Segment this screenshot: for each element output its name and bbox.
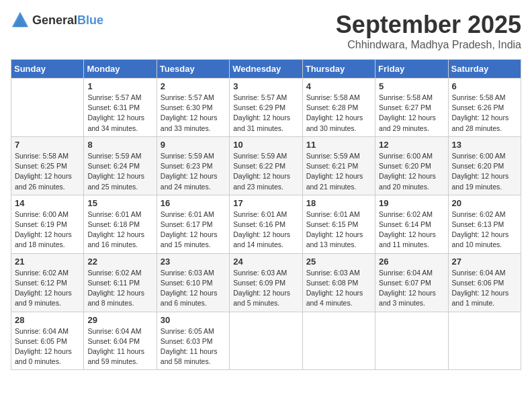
day-info: Sunrise: 6:01 AMSunset: 6:17 PMDaylight:… bbox=[161, 210, 226, 250]
day-info: Sunrise: 5:58 AMSunset: 6:27 PMDaylight:… bbox=[379, 93, 444, 134]
day-info: Sunrise: 6:01 AMSunset: 6:18 PMDaylight:… bbox=[87, 210, 152, 250]
day-info: Sunrise: 6:01 AMSunset: 6:15 PMDaylight:… bbox=[306, 210, 371, 250]
page-header: GeneralBlue September 2025 Chhindwara, M… bbox=[11, 11, 521, 51]
calendar-cell: 22Sunrise: 6:02 AMSunset: 6:11 PMDayligh… bbox=[84, 253, 157, 312]
calendar-cell: 20Sunrise: 6:02 AMSunset: 6:13 PMDayligh… bbox=[448, 195, 521, 253]
day-info: Sunrise: 5:58 AMSunset: 6:25 PMDaylight:… bbox=[15, 151, 80, 192]
day-number: 4 bbox=[306, 81, 371, 91]
day-number: 26 bbox=[379, 257, 444, 267]
day-number: 7 bbox=[15, 140, 80, 150]
day-number: 29 bbox=[87, 315, 152, 325]
calendar-cell: 2Sunrise: 5:57 AMSunset: 6:30 PMDaylight… bbox=[157, 79, 229, 137]
day-number: 28 bbox=[15, 315, 80, 325]
calendar-cell: 8Sunrise: 5:59 AMSunset: 6:24 PMDaylight… bbox=[84, 136, 157, 195]
calendar-cell: 15Sunrise: 6:01 AMSunset: 6:18 PMDayligh… bbox=[84, 195, 157, 253]
day-info: Sunrise: 6:02 AMSunset: 6:13 PMDaylight:… bbox=[452, 210, 517, 250]
calendar-cell: 14Sunrise: 6:00 AMSunset: 6:19 PMDayligh… bbox=[11, 195, 84, 253]
calendar-cell bbox=[375, 312, 448, 370]
title-block: September 2025 Chhindwara, Madhya Prades… bbox=[336, 11, 521, 51]
day-number: 27 bbox=[452, 257, 517, 267]
day-number: 25 bbox=[306, 257, 371, 267]
calendar-week-4: 21Sunrise: 6:02 AMSunset: 6:12 PMDayligh… bbox=[11, 253, 521, 312]
day-info: Sunrise: 6:03 AMSunset: 6:08 PMDaylight:… bbox=[306, 268, 371, 309]
calendar-cell: 11Sunrise: 5:59 AMSunset: 6:21 PMDayligh… bbox=[302, 136, 375, 195]
day-number: 3 bbox=[233, 81, 298, 91]
day-info: Sunrise: 6:05 AMSunset: 6:03 PMDaylight:… bbox=[161, 326, 226, 367]
calendar-cell: 1Sunrise: 5:57 AMSunset: 6:31 PMDaylight… bbox=[84, 79, 157, 137]
day-number: 13 bbox=[452, 140, 517, 150]
day-info: Sunrise: 6:00 AMSunset: 6:20 PMDaylight:… bbox=[379, 151, 444, 192]
calendar-cell: 5Sunrise: 5:58 AMSunset: 6:27 PMDaylight… bbox=[375, 79, 448, 137]
day-number: 21 bbox=[15, 257, 80, 267]
day-info: Sunrise: 5:57 AMSunset: 6:29 PMDaylight:… bbox=[233, 93, 298, 134]
day-number: 23 bbox=[161, 257, 226, 267]
logo-icon bbox=[11, 11, 30, 30]
day-info: Sunrise: 6:02 AMSunset: 6:14 PMDaylight:… bbox=[379, 210, 444, 250]
day-info: Sunrise: 6:03 AMSunset: 6:09 PMDaylight:… bbox=[233, 268, 298, 309]
calendar-cell bbox=[11, 79, 84, 137]
location-title: Chhindwara, Madhya Pradesh, India bbox=[336, 39, 521, 51]
day-number: 20 bbox=[452, 198, 517, 208]
weekday-header-monday: Monday bbox=[84, 60, 157, 79]
weekday-header-friday: Friday bbox=[375, 60, 448, 79]
day-number: 17 bbox=[233, 198, 298, 208]
calendar-table: SundayMondayTuesdayWednesdayThursdayFrid… bbox=[11, 59, 521, 370]
calendar-cell: 30Sunrise: 6:05 AMSunset: 6:03 PMDayligh… bbox=[157, 312, 229, 370]
calendar-cell bbox=[302, 312, 375, 370]
calendar-cell: 6Sunrise: 5:58 AMSunset: 6:26 PMDaylight… bbox=[448, 79, 521, 137]
day-number: 19 bbox=[379, 198, 444, 208]
calendar-week-5: 28Sunrise: 6:04 AMSunset: 6:05 PMDayligh… bbox=[11, 312, 521, 370]
calendar-week-3: 14Sunrise: 6:00 AMSunset: 6:19 PMDayligh… bbox=[11, 195, 521, 253]
calendar-cell bbox=[230, 312, 302, 370]
calendar-cell: 7Sunrise: 5:58 AMSunset: 6:25 PMDaylight… bbox=[11, 136, 84, 195]
day-number: 1 bbox=[87, 81, 152, 91]
logo: GeneralBlue bbox=[11, 11, 103, 30]
day-number: 2 bbox=[161, 81, 226, 91]
day-info: Sunrise: 6:04 AMSunset: 6:06 PMDaylight:… bbox=[452, 268, 517, 309]
calendar-cell: 23Sunrise: 6:03 AMSunset: 6:10 PMDayligh… bbox=[157, 253, 229, 312]
calendar-cell: 13Sunrise: 6:00 AMSunset: 6:20 PMDayligh… bbox=[448, 136, 521, 195]
calendar-cell: 26Sunrise: 6:04 AMSunset: 6:07 PMDayligh… bbox=[375, 253, 448, 312]
day-number: 5 bbox=[379, 81, 444, 91]
day-number: 10 bbox=[233, 140, 298, 150]
weekday-header-wednesday: Wednesday bbox=[230, 60, 302, 79]
calendar-cell: 25Sunrise: 6:03 AMSunset: 6:08 PMDayligh… bbox=[302, 253, 375, 312]
weekday-header-thursday: Thursday bbox=[302, 60, 375, 79]
day-number: 11 bbox=[306, 140, 371, 150]
day-number: 15 bbox=[87, 198, 152, 208]
day-number: 22 bbox=[87, 257, 152, 267]
calendar-cell: 16Sunrise: 6:01 AMSunset: 6:17 PMDayligh… bbox=[157, 195, 229, 253]
calendar-cell: 12Sunrise: 6:00 AMSunset: 6:20 PMDayligh… bbox=[375, 136, 448, 195]
calendar-cell: 19Sunrise: 6:02 AMSunset: 6:14 PMDayligh… bbox=[375, 195, 448, 253]
day-info: Sunrise: 6:00 AMSunset: 6:20 PMDaylight:… bbox=[452, 151, 517, 192]
day-info: Sunrise: 5:59 AMSunset: 6:24 PMDaylight:… bbox=[87, 151, 152, 192]
day-info: Sunrise: 5:58 AMSunset: 6:28 PMDaylight:… bbox=[306, 93, 371, 134]
day-info: Sunrise: 5:59 AMSunset: 6:22 PMDaylight:… bbox=[233, 151, 298, 192]
day-info: Sunrise: 6:00 AMSunset: 6:19 PMDaylight:… bbox=[15, 210, 80, 250]
logo-general: General bbox=[32, 13, 77, 27]
day-info: Sunrise: 6:04 AMSunset: 6:04 PMDaylight:… bbox=[87, 326, 152, 367]
calendar-cell: 18Sunrise: 6:01 AMSunset: 6:15 PMDayligh… bbox=[302, 195, 375, 253]
day-info: Sunrise: 5:57 AMSunset: 6:31 PMDaylight:… bbox=[87, 93, 152, 134]
day-info: Sunrise: 6:04 AMSunset: 6:07 PMDaylight:… bbox=[379, 268, 444, 309]
calendar-cell: 4Sunrise: 5:58 AMSunset: 6:28 PMDaylight… bbox=[302, 79, 375, 137]
day-info: Sunrise: 5:59 AMSunset: 6:21 PMDaylight:… bbox=[306, 151, 371, 192]
day-info: Sunrise: 6:04 AMSunset: 6:05 PMDaylight:… bbox=[15, 326, 80, 367]
weekday-header-saturday: Saturday bbox=[448, 60, 521, 79]
day-info: Sunrise: 5:59 AMSunset: 6:23 PMDaylight:… bbox=[161, 151, 226, 192]
day-number: 14 bbox=[15, 198, 80, 208]
weekday-header-sunday: Sunday bbox=[11, 60, 84, 79]
day-number: 24 bbox=[233, 257, 298, 267]
day-number: 16 bbox=[161, 198, 226, 208]
day-info: Sunrise: 6:02 AMSunset: 6:12 PMDaylight:… bbox=[15, 268, 80, 309]
weekday-header-row: SundayMondayTuesdayWednesdayThursdayFrid… bbox=[11, 60, 521, 79]
calendar-cell: 3Sunrise: 5:57 AMSunset: 6:29 PMDaylight… bbox=[230, 79, 302, 137]
day-info: Sunrise: 5:58 AMSunset: 6:26 PMDaylight:… bbox=[452, 93, 517, 134]
calendar-week-1: 1Sunrise: 5:57 AMSunset: 6:31 PMDaylight… bbox=[11, 79, 521, 137]
day-info: Sunrise: 6:03 AMSunset: 6:10 PMDaylight:… bbox=[161, 268, 226, 309]
day-info: Sunrise: 6:01 AMSunset: 6:16 PMDaylight:… bbox=[233, 210, 298, 250]
calendar-cell: 28Sunrise: 6:04 AMSunset: 6:05 PMDayligh… bbox=[11, 312, 84, 370]
calendar-cell: 10Sunrise: 5:59 AMSunset: 6:22 PMDayligh… bbox=[230, 136, 302, 195]
calendar-week-2: 7Sunrise: 5:58 AMSunset: 6:25 PMDaylight… bbox=[11, 136, 521, 195]
day-info: Sunrise: 5:57 AMSunset: 6:30 PMDaylight:… bbox=[161, 93, 226, 134]
